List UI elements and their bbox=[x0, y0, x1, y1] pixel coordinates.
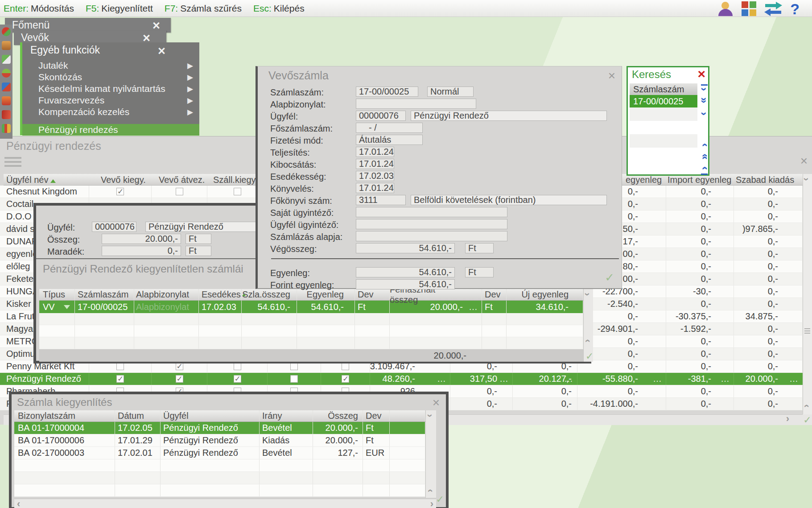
more-button[interactable]: … bbox=[653, 374, 662, 384]
esedekesseg-field[interactable]: 17.02.03 bbox=[356, 171, 394, 181]
cell-szall-kiegy[interactable] bbox=[207, 373, 268, 385]
apply-icon[interactable]: ✓ bbox=[436, 494, 444, 505]
col-ugyfel[interactable]: Ügyfél bbox=[161, 410, 260, 421]
col-vevo-kiegy[interactable]: Vevő kiegy. bbox=[101, 175, 146, 185]
col-uj-egyenleg[interactable]: Új egyenleg bbox=[507, 289, 583, 300]
step-up-button[interactable]: › bbox=[699, 110, 709, 119]
col-alapbizonylat[interactable]: Alapbizonylat bbox=[134, 289, 199, 300]
app-icon-4[interactable] bbox=[2, 69, 11, 78]
ugyfel-kod-field[interactable]: 00000076 bbox=[92, 222, 136, 232]
kibocsatas-field[interactable]: 17.01.24 bbox=[356, 159, 394, 169]
apply-icon[interactable]: ✓ bbox=[803, 414, 811, 425]
egyeb-close-icon[interactable]: × bbox=[158, 46, 165, 56]
col-import-egyenleg[interactable]: Import egyenleg bbox=[668, 175, 731, 185]
col-ugyfel-nev[interactable]: Ügyfél név bbox=[6, 175, 56, 185]
vevok-close-icon[interactable]: × bbox=[143, 33, 150, 43]
menu-item[interactable]: Fuvarszervezés ▶ bbox=[22, 95, 199, 106]
fizetesi-mod-field[interactable]: Átutalás bbox=[356, 135, 423, 145]
scroll-right-icon[interactable]: › bbox=[430, 498, 433, 508]
col-bizonylatszam[interactable]: Bizonylatszám bbox=[14, 410, 115, 421]
menu-item[interactable]: Késedelmi kamat nyilvántartás ▶ bbox=[22, 83, 199, 95]
teljesites-field[interactable]: 17.01.24 bbox=[356, 147, 394, 157]
scroll-down-icon[interactable]: › bbox=[584, 339, 591, 342]
ugyfel-kod-field[interactable]: 00000076 bbox=[356, 111, 406, 121]
kereses-column-header[interactable]: Számlaszám bbox=[630, 83, 697, 95]
egyenleg-field[interactable]: 54.610,- bbox=[356, 267, 455, 277]
app-icon-3[interactable] bbox=[2, 55, 11, 64]
konyveles-field[interactable]: 17.01.24 bbox=[356, 183, 394, 193]
col-vevo-atvez[interactable]: Vevő átvez. bbox=[159, 175, 205, 185]
step-down-button[interactable]: › bbox=[699, 141, 709, 150]
szamla-kiegy-close-icon[interactable]: × bbox=[433, 398, 440, 408]
col-dev[interactable]: Dev bbox=[355, 289, 390, 300]
vevoszamla-close-icon[interactable]: × bbox=[608, 71, 615, 81]
szamla-vertical-scrollbar[interactable]: › › bbox=[425, 410, 436, 498]
col-felhasznalt[interactable]: Felhasznált összeg bbox=[390, 289, 482, 300]
fokonyvi-szam-field[interactable]: 3111 bbox=[356, 195, 406, 205]
transfer-arrows-icon[interactable] bbox=[763, 2, 783, 16]
col-egyenleg[interactable]: Egyenleg bbox=[297, 289, 355, 300]
main-window-close-icon[interactable]: × bbox=[800, 156, 808, 166]
vertical-scrollbar[interactable]: › › bbox=[803, 174, 812, 414]
osszeg-dev-field[interactable]: Ft bbox=[185, 234, 211, 244]
menu-item[interactable]: Kompenzáció kezelés ▶ bbox=[22, 106, 199, 118]
app-icon-7[interactable] bbox=[2, 110, 11, 119]
user-icon[interactable] bbox=[717, 2, 734, 16]
menu-item[interactable]: Skontózás ▶ bbox=[22, 71, 199, 83]
col-irany[interactable]: Irány bbox=[260, 410, 313, 421]
egyenleg-dev-field[interactable]: Ft bbox=[465, 267, 494, 277]
cell-vevo-kiegy[interactable] bbox=[89, 186, 152, 198]
forint-egyenleg-field[interactable]: 54.610,- bbox=[356, 279, 455, 289]
szamla-horizontal-scrollbar[interactable]: ‹ › bbox=[14, 499, 436, 508]
osszeg-field[interactable]: 20.000,- bbox=[102, 234, 181, 244]
scroll-up-icon[interactable]: › bbox=[426, 414, 433, 417]
col-szamlaszam[interactable]: Számlaszám bbox=[75, 289, 134, 300]
foszamlaszam-field[interactable]: - / bbox=[356, 123, 423, 133]
col-datum[interactable]: Dátum bbox=[115, 410, 161, 421]
more-button[interactable]: … bbox=[499, 374, 509, 384]
scroll-up-icon[interactable]: › bbox=[803, 178, 810, 181]
scroll-left-icon[interactable]: ‹ bbox=[17, 498, 20, 508]
app-icon-8[interactable] bbox=[2, 124, 11, 133]
help-icon[interactable]: ? bbox=[790, 2, 800, 16]
col-egyenleg[interactable]: egyenleg bbox=[626, 175, 662, 185]
col-osszeg[interactable]: Összeg bbox=[313, 410, 363, 421]
fomenu-close-icon[interactable]: × bbox=[153, 21, 160, 30]
maradek-dev-field[interactable]: Ft bbox=[185, 246, 211, 256]
dropdown-icon[interactable] bbox=[64, 305, 70, 309]
payment-row[interactable]: BA 01-17000004 17.02.05 Pénzügyi Rendező… bbox=[14, 422, 425, 434]
scroll-down-icon[interactable]: › bbox=[803, 404, 810, 407]
cell-felhasznalt[interactable]: 20.000,-… bbox=[390, 301, 482, 313]
app-icon-1[interactable] bbox=[2, 27, 11, 36]
app-icon-5[interactable] bbox=[2, 83, 11, 91]
col-szabad-kiadas[interactable]: Szabad kiadás bbox=[736, 175, 794, 185]
payment-row[interactable]: BA 01-17000006 17.01.29 Pénzügyi Rendező… bbox=[14, 434, 425, 447]
more-button[interactable]: … bbox=[789, 374, 799, 384]
table-row[interactable]: Pénzügyi Rendező 48.260,-… 317,50… 20.12… bbox=[0, 373, 803, 385]
cell-checkbox-4[interactable] bbox=[268, 373, 321, 385]
ugyfel-nev-field[interactable]: Pénzügyi Rendező bbox=[411, 111, 607, 121]
more-button[interactable]: … bbox=[469, 302, 478, 312]
page-down-button[interactable]: » bbox=[699, 153, 709, 162]
page-up-button[interactable]: » bbox=[699, 97, 709, 106]
cell-tipus[interactable]: VV bbox=[39, 301, 75, 313]
scroll-down-icon[interactable]: › bbox=[426, 489, 433, 492]
payment-row[interactable]: BA 02-17000003 17.02.01 Pénzügyi Rendező… bbox=[14, 447, 425, 459]
scroll-up-icon[interactable]: › bbox=[584, 293, 591, 296]
app-icon-6[interactable] bbox=[2, 96, 11, 105]
scroll-right-icon[interactable]: › bbox=[786, 415, 789, 422]
scrollbar-grip[interactable] bbox=[804, 328, 810, 335]
kereses-close-icon[interactable]: × bbox=[697, 69, 705, 79]
cell-vevo-atvez[interactable] bbox=[152, 373, 207, 385]
col-dev2[interactable]: Dev bbox=[482, 289, 507, 300]
more-button[interactable]: … bbox=[437, 374, 446, 384]
app-icon-2[interactable] bbox=[2, 41, 11, 50]
kereses-selected-row[interactable]: 17-00/00025 bbox=[630, 95, 697, 107]
col-szla-osszeg[interactable]: Szla.összeg bbox=[242, 289, 297, 300]
fokonyvi-nev-field[interactable]: Belföldi követelések (forintban) bbox=[411, 195, 607, 205]
goto-last-button[interactable]: › bbox=[699, 165, 709, 175]
more-button[interactable]: … bbox=[564, 374, 573, 384]
apps-grid-icon[interactable] bbox=[742, 1, 756, 16]
szamlazas-alapja-field[interactable] bbox=[356, 231, 507, 241]
cell-alapbizonylat[interactable]: Alapbizonylat bbox=[134, 301, 199, 313]
